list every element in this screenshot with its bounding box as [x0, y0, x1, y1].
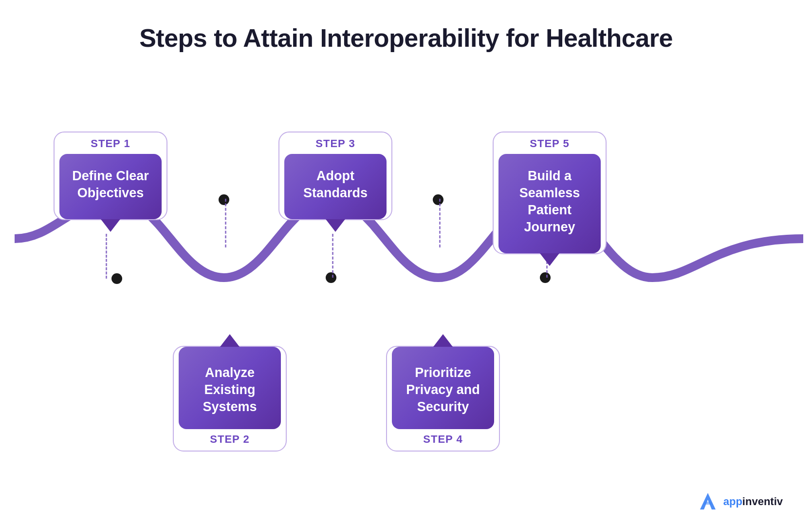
step1-outer: STEP 1 Define Clear Objectives — [54, 132, 167, 220]
step2-outer: Analyze Existing Systems STEP 2 — [173, 346, 287, 452]
step2-box: Analyze Existing Systems — [179, 347, 281, 429]
wave-dot-4 — [433, 194, 443, 205]
wave-dot-3 — [326, 272, 336, 283]
wave-dot-2 — [219, 194, 229, 205]
step1-text: Define Clear Objectives — [69, 168, 152, 202]
step2-label-bottom: STEP 2 — [179, 429, 281, 446]
step2-arrow-up — [220, 334, 240, 347]
step4-arrow-up — [433, 334, 453, 347]
step4-label-bottom: STEP 4 — [392, 429, 494, 446]
step3-box: Adopt Standards — [284, 154, 387, 219]
step3-arrow-down — [326, 219, 345, 232]
step1-box: Define Clear Objectives — [59, 154, 162, 219]
step3-text: Adopt Standards — [294, 168, 377, 202]
logo-prefix: app — [723, 495, 742, 508]
step3-outer: STEP 3 Adopt Standards — [278, 132, 392, 220]
step1-dotted-line — [106, 234, 107, 279]
wave-dot-1 — [111, 273, 122, 284]
step1-arrow-down — [101, 219, 120, 232]
step2-dotted-line — [225, 199, 226, 247]
logo-suffix: inventiv — [742, 495, 783, 508]
step4-text: Prioritize Privacy and Security — [402, 364, 484, 415]
step2-text: Analyze Existing Systems — [188, 364, 271, 415]
step4-box: Prioritize Privacy and Security — [392, 347, 494, 429]
wave-dot-5 — [540, 272, 551, 283]
step1-label-top: STEP 1 — [59, 137, 162, 154]
step5-outer: STEP 5 Build a Seamless Patient Journey — [493, 132, 607, 254]
step3-label-top: STEP 3 — [284, 137, 387, 154]
step3-dotted-line — [332, 234, 333, 278]
diagram-area: STEP 1 Define Clear Objectives Analyze E… — [0, 68, 812, 528]
step5-arrow-down — [540, 253, 559, 266]
step4-outer: Prioritize Privacy and Security STEP 4 — [386, 346, 500, 452]
logo-icon — [697, 491, 719, 512]
step5-box: Build a Seamless Patient Journey — [498, 154, 601, 253]
step4-dotted-line — [439, 199, 441, 247]
logo: appinventiv — [697, 491, 783, 512]
page-title: Steps to Attain Interoperability for Hea… — [0, 0, 812, 53]
logo-text: appinventiv — [723, 495, 783, 508]
step5-label-top: STEP 5 — [498, 137, 601, 154]
svg-marker-1 — [704, 502, 712, 505]
svg-marker-0 — [700, 493, 716, 509]
step5-text: Build a Seamless Patient Journey — [508, 168, 591, 236]
